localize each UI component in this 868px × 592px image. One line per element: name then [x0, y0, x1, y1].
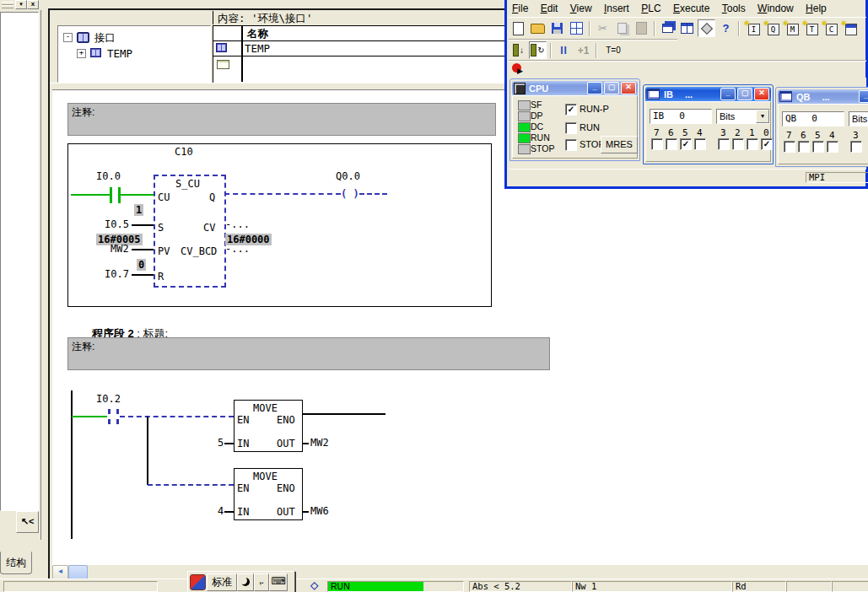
- always-on-top-pin-button[interactable]: [698, 19, 715, 37]
- sim-options-button[interactable]: [568, 19, 585, 37]
- qb-titlebar[interactable]: QB ... _ ▢: [778, 89, 868, 104]
- save-button[interactable]: [548, 19, 566, 37]
- reset-timers-button[interactable]: T=0: [601, 41, 626, 59]
- cpu-run-checkbox[interactable]: [565, 122, 577, 134]
- operand-i05[interactable]: I0.5: [105, 219, 129, 230]
- network2-comment[interactable]: 注释:: [67, 337, 550, 370]
- network1-comment[interactable]: 注释:: [67, 103, 496, 136]
- qb-address-field[interactable]: QB0: [782, 111, 844, 126]
- qb-minimize-button[interactable]: _: [859, 90, 868, 103]
- cascade-windows-button[interactable]: [659, 19, 677, 37]
- ib-close-button[interactable]: ✕: [754, 88, 769, 100]
- ime-logo-icon[interactable]: [190, 574, 206, 590]
- contact-i02-label[interactable]: I0.2: [96, 394, 121, 405]
- ime-fullhalf-moon-icon[interactable]: [237, 573, 254, 591]
- cpu-titlebar[interactable]: CPU _ ▢ ✕: [512, 81, 638, 95]
- counter-block[interactable]: S_CU CU Q S CV PV CV_BCD R: [154, 175, 226, 288]
- move2-in-value[interactable]: 4: [218, 506, 224, 517]
- cpu-close-button[interactable]: ✕: [621, 82, 636, 94]
- move1-out-operand[interactable]: MW2: [310, 438, 329, 449]
- menu-plc[interactable]: PLC: [641, 3, 660, 14]
- ib-bit2-checkbox[interactable]: [732, 138, 744, 150]
- output-cvbcd[interactable]: -...: [225, 244, 250, 255]
- move2-block[interactable]: MOVE EN ENO IN OUT: [234, 468, 303, 520]
- qb-bit5-checkbox[interactable]: [812, 141, 824, 153]
- operand-i07[interactable]: I0.7: [105, 269, 129, 280]
- cpu-maximize-button[interactable]: ▢: [604, 82, 619, 94]
- scroll-thumb[interactable]: [68, 565, 88, 579]
- network3-title[interactable]: 程序段 3 : 标题:: [67, 553, 168, 566]
- open-file-button[interactable]: [529, 19, 547, 37]
- move1-in-value[interactable]: 5: [218, 438, 224, 449]
- qb-bit7-checkbox[interactable]: [784, 141, 795, 153]
- ib-titlebar[interactable]: IB ... _ ▢ ✕: [645, 87, 771, 101]
- insert-counter-variable-button[interactable]: ✶C: [821, 19, 838, 37]
- menu-help[interactable]: Help: [806, 3, 827, 14]
- tile-windows-button[interactable]: [678, 19, 696, 37]
- pause-button[interactable]: II: [555, 41, 573, 59]
- toolbar-dropdown-button[interactable]: ▾: [15, 0, 27, 9]
- ib-address-field[interactable]: IB0: [650, 109, 712, 124]
- overview-list[interactable]: [0, 12, 39, 511]
- new-file-button[interactable]: [509, 19, 527, 37]
- menu-window[interactable]: Window: [757, 3, 794, 14]
- context-help-button[interactable]: ?: [717, 19, 735, 37]
- ib-maximize-button[interactable]: ▢: [737, 88, 752, 100]
- menu-edit[interactable]: Edit: [541, 3, 558, 14]
- insert-input-variable-button[interactable]: ✶I: [743, 19, 761, 37]
- menu-execute[interactable]: Execute: [673, 3, 709, 14]
- cpu-stop-checkbox[interactable]: [565, 139, 577, 151]
- step-plus1-button[interactable]: +1: [574, 41, 592, 59]
- continuous-scan-button[interactable]: ↻: [529, 41, 547, 59]
- qb-bit3-checkbox[interactable]: [850, 141, 862, 153]
- menu-file[interactable]: File: [512, 3, 528, 14]
- ib-format-combobox[interactable]: Bits ▾: [716, 109, 770, 124]
- menu-tools[interactable]: Tools: [722, 3, 746, 14]
- move1-block[interactable]: MOVE EN ENO IN OUT: [234, 400, 303, 452]
- insert-output-variable-button[interactable]: ✶Q: [763, 19, 780, 37]
- output-cv[interactable]: -...: [225, 219, 250, 230]
- tree-item-temp[interactable]: TEMP: [107, 47, 132, 60]
- tree-collapse-box[interactable]: -: [63, 33, 73, 42]
- single-scan-button[interactable]: ↓: [509, 41, 527, 59]
- qb-bit6-checkbox[interactable]: [798, 141, 810, 153]
- move2-out-operand[interactable]: MW6: [310, 506, 329, 517]
- ib-format-dropdown-button[interactable]: ▾: [756, 110, 769, 123]
- qb-bit4-checkbox[interactable]: [827, 141, 838, 153]
- tree-item-interface[interactable]: 接口: [94, 31, 116, 46]
- ime-softkeyboard-button[interactable]: ⌨: [269, 573, 288, 591]
- h-scrollbar[interactable]: ◄: [52, 565, 868, 579]
- counter-name[interactable]: C10: [175, 147, 193, 158]
- tree-expand-box[interactable]: +: [77, 49, 86, 58]
- cpu-runp-checkbox[interactable]: ✓: [565, 104, 577, 116]
- ime-mode-button[interactable]: 标准: [207, 573, 237, 591]
- ib-bit5-checkbox[interactable]: ✓: [680, 138, 692, 150]
- ib-bit0-checkbox[interactable]: ✓: [761, 138, 773, 150]
- structure-tab[interactable]: 结构: [0, 552, 32, 574]
- contact-i02-bar[interactable]: [108, 409, 111, 424]
- coil-symbol[interactable]: ( ): [341, 189, 359, 200]
- insert-generic-variable-button[interactable]: ✶: [840, 19, 858, 37]
- insert-memory-variable-button[interactable]: ✶M: [782, 19, 800, 37]
- paste-button[interactable]: [633, 19, 650, 37]
- cut-button[interactable]: ✂: [594, 19, 612, 37]
- ime-punctuation-button[interactable]: ,.: [254, 573, 269, 591]
- contact-i00-label[interactable]: I0.0: [96, 171, 121, 182]
- contact-i02-bar[interactable]: [116, 409, 119, 424]
- jump-back-button[interactable]: ↖<: [16, 511, 39, 533]
- operand-mw2[interactable]: MW2: [111, 244, 129, 255]
- toolbar-close-button[interactable]: x: [27, 0, 39, 9]
- ib-bit4-checkbox[interactable]: [694, 138, 706, 150]
- cpu-minimize-button[interactable]: _: [587, 82, 602, 94]
- ib-bit1-checkbox[interactable]: [747, 138, 758, 150]
- menu-insert[interactable]: Insert: [604, 3, 629, 14]
- record-playback-button[interactable]: ▶: [509, 61, 527, 78]
- qb-format-combobox[interactable]: Bits: [849, 111, 868, 126]
- copy-button[interactable]: [613, 19, 631, 37]
- insert-timer-variable-button[interactable]: ✶T: [801, 19, 819, 37]
- ib-bit3-checkbox[interactable]: [718, 138, 730, 150]
- cpu-mres-button[interactable]: MRES: [601, 136, 638, 153]
- contact-i00-bar[interactable]: [110, 187, 112, 203]
- ib-bit7-checkbox[interactable]: [651, 138, 663, 150]
- coil-q00-label[interactable]: Q0.0: [336, 171, 360, 182]
